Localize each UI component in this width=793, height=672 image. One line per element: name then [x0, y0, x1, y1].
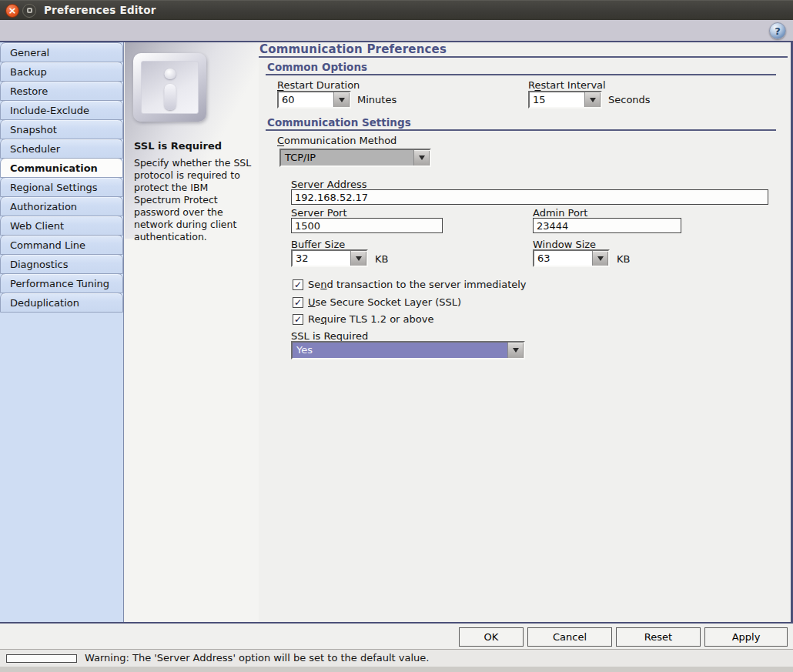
restart-duration-dropdown-button[interactable] [333, 92, 350, 107]
server-address-label: Server Address [291, 179, 367, 190]
restart-duration-combobox[interactable] [277, 91, 351, 109]
ssl-required-value: Yes [293, 343, 507, 358]
window-size-dropdown-button[interactable] [592, 251, 608, 266]
restart-interval-unit: Seconds [608, 94, 651, 105]
status-warning-text: Warning: The 'Server Address' option wil… [85, 652, 429, 664]
section-communication-settings: Communication Settings [267, 116, 411, 129]
buffer-size-combobox[interactable] [291, 249, 368, 267]
minimize-glyph [27, 8, 32, 13]
server-address-input[interactable] [291, 189, 768, 205]
restart-duration-input[interactable] [279, 92, 333, 107]
admin-port-input[interactable] [533, 218, 681, 233]
dropdown-arrow-icon [513, 348, 519, 353]
info-panel-description: Specify whether the SSL protocol is requ… [134, 157, 252, 243]
checkbox-icon[interactable]: ✓ [293, 279, 303, 290]
send-transaction-checkbox-row[interactable]: ✓ Send transaction to the server immedia… [293, 279, 527, 290]
communication-method-combobox[interactable]: TCP/IP [279, 149, 431, 167]
window-size-unit: KB [617, 253, 630, 265]
window-size-label: Window Size [533, 239, 596, 250]
send-transaction-label: Send transaction to the server immediate… [308, 279, 527, 290]
dropdown-arrow-icon [597, 256, 604, 261]
sidebar-item-regional-settings[interactable]: Regional Settings [0, 177, 123, 197]
sidebar: General Backup Restore Include-Exclude S… [0, 42, 124, 622]
communication-method-label: Communication Method [277, 135, 396, 146]
section-common-options: Common Options [267, 61, 367, 73]
communication-method-dropdown-button[interactable] [413, 150, 430, 165]
sidebar-item-backup[interactable]: Backup [0, 62, 123, 82]
dropdown-arrow-icon [356, 256, 362, 261]
progress-bar [6, 654, 77, 663]
sidebar-item-web-client[interactable]: Web Client [0, 216, 123, 236]
ssl-required-dropdown-button[interactable] [507, 343, 524, 358]
restart-duration-label: Restart Duration [277, 79, 360, 91]
ok-button[interactable]: OK [459, 627, 524, 647]
info-panel: SSL is Required Specify whether the SSL … [125, 42, 259, 622]
use-ssl-checkbox-row[interactable]: ✓ Use Secure Socket Layer (SSL) [293, 296, 461, 308]
dropdown-arrow-icon [590, 98, 596, 102]
info-panel-title: SSL is Required [134, 140, 222, 152]
buffer-size-dropdown-button[interactable] [350, 251, 366, 266]
dropdown-arrow-icon [339, 98, 345, 102]
restart-duration-unit: Minutes [357, 94, 396, 105]
preferences-editor-window: × Preferences Editor ? General Backup Re… [0, 0, 793, 672]
info-icon-face [141, 61, 199, 114]
ssl-required-combobox[interactable]: Yes [291, 341, 525, 359]
dropdown-arrow-icon [419, 155, 425, 160]
buffer-size-input[interactable] [293, 251, 350, 266]
window-size-combobox[interactable] [533, 249, 610, 267]
restart-interval-input[interactable] [530, 92, 584, 107]
page-title: Communication Preferences [259, 42, 447, 56]
sidebar-item-performance-tuning[interactable]: Performance Tuning [0, 273, 123, 293]
restart-interval-combobox[interactable] [528, 91, 602, 109]
sidebar-item-general[interactable]: General [0, 42, 123, 62]
sidebar-item-restore[interactable]: Restore [0, 81, 123, 101]
button-row: OK Cancel Reset Apply [0, 624, 793, 649]
minimize-icon[interactable] [22, 4, 36, 18]
page-title-rule [259, 56, 788, 58]
apply-button[interactable]: Apply [704, 627, 788, 647]
sidebar-item-scheduler[interactable]: Scheduler [0, 139, 123, 159]
sidebar-item-command-line[interactable]: Command Line [0, 235, 123, 255]
bottom-strip [0, 667, 793, 672]
communication-settings-rule [266, 129, 776, 131]
restart-interval-dropdown-button[interactable] [584, 92, 601, 107]
sidebar-item-authorization[interactable]: Authorization [0, 196, 123, 216]
communication-method-value: TCP/IP [281, 150, 413, 165]
server-port-input[interactable] [291, 218, 443, 233]
common-options-rule [266, 74, 776, 75]
reset-button[interactable]: Reset [616, 627, 701, 647]
window-size-input[interactable] [534, 251, 592, 266]
cancel-button[interactable]: Cancel [527, 627, 612, 647]
toolbar-strip: ? [0, 20, 793, 42]
admin-port-label: Admin Port [533, 207, 587, 219]
close-icon[interactable]: × [5, 4, 19, 18]
require-tls-checkbox-row[interactable]: ✓ Require TLS 1.2 or above [293, 313, 433, 325]
info-icon-bar [164, 84, 176, 110]
require-tls-label: Require TLS 1.2 or above [308, 313, 433, 325]
buffer-size-label: Buffer Size [291, 239, 345, 250]
status-bar: Warning: The 'Server Address' option wil… [0, 649, 793, 667]
server-port-label: Server Port [291, 207, 347, 219]
window-title: Preferences Editor [44, 4, 156, 16]
ssl-required-label: SSL is Required [291, 330, 368, 342]
buffer-size-unit: KB [375, 253, 388, 265]
sidebar-item-snapshot[interactable]: Snapshot [0, 119, 123, 139]
info-icon-dot [164, 69, 176, 79]
sidebar-item-communication[interactable]: Communication [0, 158, 123, 178]
sidebar-item-deduplication[interactable]: Deduplication [0, 293, 123, 313]
titlebar: × Preferences Editor [0, 0, 793, 20]
checkbox-icon[interactable]: ✓ [293, 297, 303, 308]
help-icon[interactable]: ? [769, 22, 786, 39]
restart-interval-label: Restart Interval [528, 79, 606, 91]
content-area: General Backup Restore Include-Exclude S… [0, 42, 793, 624]
sidebar-item-include-exclude[interactable]: Include-Exclude [0, 100, 123, 120]
sidebar-item-diagnostics[interactable]: Diagnostics [0, 254, 123, 274]
checkbox-icon[interactable]: ✓ [293, 314, 303, 325]
main-panel: Communication Preferences Common Options… [259, 42, 791, 622]
info-icon [133, 53, 206, 122]
use-ssl-label: Use Secure Socket Layer (SSL) [308, 296, 461, 308]
